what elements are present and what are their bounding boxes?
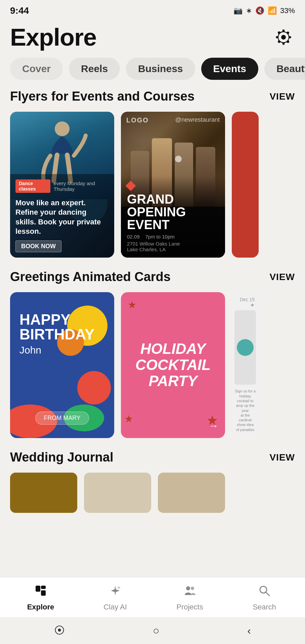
explore-icon xyxy=(34,584,47,600)
grand-diamond xyxy=(125,180,136,191)
greetings-section-title: Greetings Animated Cards xyxy=(10,270,171,284)
birthday-name: John xyxy=(19,344,94,356)
grand-headline: GRAND OPENING EVENT xyxy=(127,193,219,231)
tab-events[interactable]: Events xyxy=(201,58,258,80)
greetings-cards-row: HAPPY BIRTHDAY John FROM MARY ★ ★ ★ HOLI… xyxy=(0,292,305,438)
tab-cover[interactable]: Cover xyxy=(10,58,63,80)
svg-point-5 xyxy=(191,587,194,590)
android-menu-button[interactable]: ⦿ xyxy=(54,625,65,637)
page-title: Explore xyxy=(10,23,96,51)
projects-icon xyxy=(183,584,196,600)
birthday-card[interactable]: HAPPY BIRTHDAY John FROM MARY xyxy=(10,292,114,438)
svg-point-4 xyxy=(186,586,190,590)
tab-business[interactable]: Business xyxy=(126,58,195,80)
dance-book-button[interactable]: BOOK NOW xyxy=(15,240,61,252)
wedding-section: Wedding Journal VIEW xyxy=(0,450,305,525)
nav-search[interactable]: Search xyxy=(227,584,302,611)
android-home-button[interactable]: ○ xyxy=(153,625,159,637)
cocktail-line1: HOLIDAY xyxy=(126,341,220,357)
cocktail-arrow-icon: → xyxy=(209,421,218,431)
main-content: Flyers for Events and Courses VIEW xyxy=(0,89,305,577)
greetings-section: Greetings Animated Cards VIEW HAPPY BIRT… xyxy=(0,270,305,450)
greetings-partial-card: Dec 15 ★ Sign us for a holidaycocktail t… xyxy=(232,292,259,438)
mute-icon: 🔇 xyxy=(255,6,264,15)
nav-projects[interactable]: Projects xyxy=(152,584,227,611)
clay-ai-icon xyxy=(109,584,122,600)
wedding-card-1[interactable] xyxy=(10,473,77,513)
grand-address: 2701 Willow Oaks Lane Lake Charles, LA xyxy=(127,241,219,252)
wedding-card-3[interactable] xyxy=(158,473,225,513)
dance-schedule: every Monday and Thursday xyxy=(54,180,109,192)
cocktail-text: HOLIDAY COCKTAIL PARTY xyxy=(126,341,220,389)
grand-handle: @newrestaurant xyxy=(175,116,220,123)
bluetooth-icon: ∗ xyxy=(246,6,252,15)
star-icon-1: ★ xyxy=(128,299,137,311)
dance-card[interactable]: Dance classes every Monday and Thursday … xyxy=(10,112,114,258)
dance-text-area: Dance classes every Monday and Thursday … xyxy=(10,174,114,258)
grand-details: 02.09 7pm to 10pm xyxy=(127,234,219,239)
cocktail-line3: PARTY xyxy=(126,373,220,389)
flyers-section-header: Flyers for Events and Courses VIEW xyxy=(0,89,305,112)
cocktail-line2: COCKTAIL xyxy=(126,357,220,373)
android-back-button[interactable]: ‹ xyxy=(247,625,251,637)
nav-explore[interactable]: Explore xyxy=(3,584,78,611)
android-nav: ⦿ ○ ‹ xyxy=(0,617,305,644)
wedding-view-button[interactable]: VIEW xyxy=(269,452,295,463)
category-tabs: Cover Reels Business Events Beauty xyxy=(0,58,305,89)
svg-rect-1 xyxy=(36,586,40,592)
grand-opening-card[interactable]: LOGO @newrestaurant GRAND OPENING EVENT … xyxy=(121,112,225,258)
greetings-section-header: Greetings Animated Cards VIEW xyxy=(0,270,305,292)
nav-search-label: Search xyxy=(253,603,276,611)
tab-beauty[interactable]: Beauty xyxy=(264,58,305,80)
status-time: 9:44 xyxy=(10,5,29,16)
star-icon-2: ★ xyxy=(124,413,133,425)
svg-rect-2 xyxy=(41,586,46,589)
search-icon xyxy=(258,584,271,600)
birthday-from-button[interactable]: FROM MARY xyxy=(35,412,89,425)
flyers-partial-card xyxy=(232,112,259,258)
nav-explore-label: Explore xyxy=(27,603,54,611)
dance-headline: Move like an expert. Refine your dancing… xyxy=(15,198,109,236)
status-bar: 9:44 📷 ∗ 🔇 📶 33% xyxy=(0,0,305,20)
wifi-icon: 📶 xyxy=(268,6,277,15)
flyers-section: Flyers for Events and Courses VIEW xyxy=(0,89,305,270)
wedding-card-2[interactable] xyxy=(84,473,151,513)
flyers-view-button[interactable]: VIEW xyxy=(269,91,295,102)
svg-rect-3 xyxy=(41,590,46,596)
wedding-section-header: Wedding Journal VIEW xyxy=(0,450,305,473)
nav-projects-label: Projects xyxy=(176,603,203,611)
flyers-cards-row: Dance classes every Monday and Thursday … xyxy=(0,112,305,258)
bottom-nav: Explore Clay AI Projects xyxy=(0,577,305,617)
tab-reels[interactable]: Reels xyxy=(69,58,120,80)
wedding-cards-row xyxy=(0,473,305,513)
battery-text: 33% xyxy=(280,6,295,15)
nav-clay-ai[interactable]: Clay AI xyxy=(78,584,152,611)
settings-button[interactable] xyxy=(272,26,295,49)
greetings-view-button[interactable]: VIEW xyxy=(269,272,295,282)
flyers-section-title: Flyers for Events and Courses xyxy=(10,89,194,104)
birthday-text-area: HAPPY BIRTHDAY John xyxy=(19,312,94,356)
grand-logo: LOGO xyxy=(126,116,149,124)
birthday-happy: HAPPY xyxy=(19,312,94,327)
svg-line-7 xyxy=(266,592,269,596)
wedding-section-title: Wedding Journal xyxy=(10,450,114,465)
cocktail-card[interactable]: ★ ★ ★ HOLIDAY COCKTAIL PARTY → xyxy=(121,292,225,438)
status-icons: 📷 ∗ 🔇 📶 33% xyxy=(233,6,295,15)
svg-point-0 xyxy=(55,121,70,136)
nav-clay-ai-label: Clay AI xyxy=(103,603,127,611)
header: Explore xyxy=(0,20,305,58)
birthday-birthday: BIRTHDAY xyxy=(19,327,94,342)
dance-badge: Dance classes xyxy=(15,179,50,193)
camera-icon: 📷 xyxy=(233,6,243,15)
